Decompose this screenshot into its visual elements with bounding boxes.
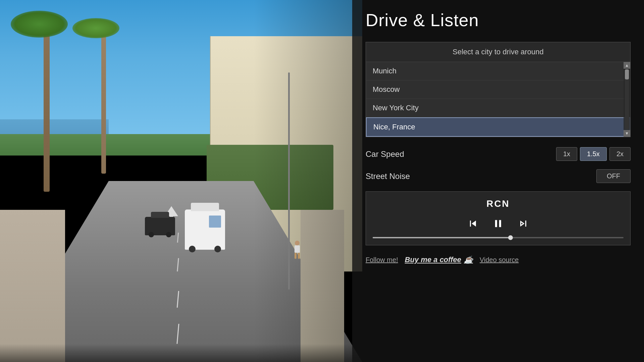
speed-buttons: 1x 1.5x 2x <box>556 147 631 161</box>
footer-links: Follow me! Buy me a coffee ☕ Video sourc… <box>366 255 631 264</box>
city-list-scrollbar[interactable]: ▲ ▼ <box>624 62 630 137</box>
progress-fill <box>373 237 511 238</box>
speed-1-5x-button[interactable]: 1.5x <box>580 147 607 161</box>
prev-icon <box>467 218 479 230</box>
city-item-moscow[interactable]: Moscow <box>366 80 630 99</box>
buy-coffee-text: Buy me a coffee <box>405 255 461 264</box>
scroll-up-button[interactable]: ▲ <box>624 62 630 69</box>
next-icon <box>517 218 529 230</box>
follow-link[interactable]: Follow me! <box>366 256 398 264</box>
player-controls <box>373 216 624 231</box>
city-item-munich[interactable]: Munich <box>366 62 630 80</box>
city-selector-header: Select a city to drive around <box>366 42 630 62</box>
video-source-link[interactable]: Video source <box>480 256 519 264</box>
city-item-new-york[interactable]: New York City <box>366 99 630 117</box>
progress-handle[interactable] <box>508 235 513 240</box>
speed-1x-button[interactable]: 1x <box>556 147 577 161</box>
car-speed-label: Car Speed <box>366 149 556 159</box>
radio-station-name: RCN <box>373 198 624 209</box>
car-speed-row: Car Speed 1x 1.5x 2x <box>366 147 631 161</box>
street-noise-label: Street Noise <box>366 172 596 181</box>
city-item-nice[interactable]: Nice, France <box>366 117 630 137</box>
bottom-vignette <box>0 344 362 362</box>
radio-player: RCN <box>366 191 631 245</box>
city-list: Munich Moscow New York City Nice, France… <box>366 62 630 137</box>
scroll-track <box>625 69 629 129</box>
prev-track-button[interactable] <box>466 216 481 231</box>
control-panel: Drive & Listen Select a city to drive ar… <box>352 0 644 362</box>
scroll-thumb[interactable] <box>625 69 629 79</box>
coffee-icon: ☕ <box>464 255 473 264</box>
scene-overlay <box>0 0 362 362</box>
progress-bar[interactable] <box>373 237 624 238</box>
video-background <box>0 0 362 362</box>
street-noise-toggle[interactable]: OFF <box>596 169 631 183</box>
speed-2x-button[interactable]: 2x <box>609 147 631 161</box>
pause-icon <box>492 218 504 230</box>
buy-coffee-link[interactable]: Buy me a coffee ☕ <box>405 255 473 264</box>
street-noise-row: Street Noise OFF <box>366 169 631 183</box>
pause-button[interactable] <box>491 216 506 231</box>
next-track-button[interactable] <box>516 216 531 231</box>
scroll-down-button[interactable]: ▼ <box>624 130 630 137</box>
app-title: Drive & Listen <box>366 10 631 30</box>
city-selector: Select a city to drive around Munich Mos… <box>366 42 631 137</box>
